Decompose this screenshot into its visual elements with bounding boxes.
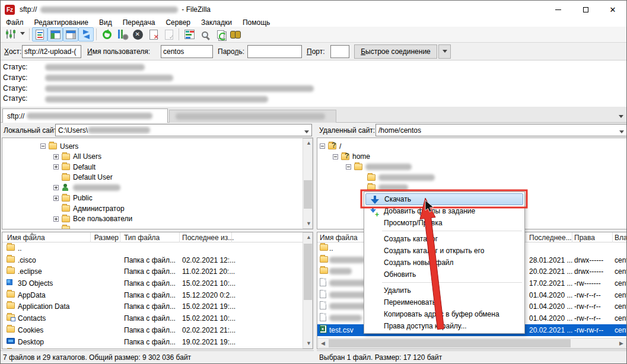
scrollbar-thumb[interactable] <box>304 244 312 300</box>
menu-item-закладки[interactable]: Закладки <box>196 18 237 27</box>
compare-button[interactable] <box>197 27 212 41</box>
tree-item-public[interactable]: Public <box>2 193 313 204</box>
file-row-desktop[interactable]: DesktopПапка с файл...19.02.2021 19:... <box>2 336 313 348</box>
port-input[interactable] <box>330 45 349 58</box>
reconnect-button[interactable] <box>161 27 176 41</box>
tree-item-default[interactable]: Default <box>2 162 313 173</box>
scrollbar-thumb[interactable] <box>304 180 312 209</box>
menu-item-редактирование[interactable]: Редактирование <box>29 18 94 27</box>
quickconnect-dropdown-button[interactable] <box>438 44 451 59</box>
scroll-up-icon[interactable]: ▲ <box>306 235 311 240</box>
menu-item-файл[interactable]: Файл <box>1 18 29 27</box>
local-path-combobox[interactable]: C:\Users\ <box>55 124 312 136</box>
site-manager-dropdown-button[interactable] <box>18 27 27 41</box>
column-header-name[interactable]: Имя файла <box>320 234 358 242</box>
file-row-appdata[interactable]: AppDataПапка с файл...15.12.2020 0:2... <box>2 289 313 301</box>
column-header-perms[interactable]: Права <box>574 234 595 242</box>
tab-inactive[interactable] <box>169 110 336 123</box>
expand-icon[interactable] <box>53 185 59 190</box>
context-menu-item-обновить[interactable]: Обновить <box>364 269 524 280</box>
tree-item[interactable] <box>2 183 313 193</box>
menu-item-вид[interactable]: Вид <box>94 18 117 27</box>
quickconnect-button[interactable]: Быстрое соединение <box>354 44 437 59</box>
column-divider[interactable] <box>231 232 232 242</box>
file-row-.cisco[interactable]: .ciscoПапка с файл...02.02.2021 12:... <box>2 254 313 266</box>
file-row-contacts[interactable]: ContactsПапка с файл...15.02.2021 10:... <box>2 312 313 324</box>
column-divider[interactable] <box>90 232 91 242</box>
context-menu-item-переименовать[interactable]: Переименовать <box>364 296 524 308</box>
column-divider[interactable] <box>120 232 120 242</box>
column-header-type[interactable]: Тип файла <box>124 234 160 242</box>
tree-item-home[interactable]: home <box>317 152 626 162</box>
column-header-name[interactable]: Имя файла <box>7 234 45 242</box>
filter-button[interactable] <box>182 27 197 41</box>
context-menu-item-создать-каталог-и-открыть-его[interactable]: Создать каталог и открыть его <box>364 245 524 257</box>
disconnect-button[interactable] <box>145 27 161 41</box>
scroll-down-icon[interactable]: ▼ <box>306 341 311 346</box>
context-menu-item-добавить-файлы-в-задание[interactable]: +Добавить файлы в задание <box>364 205 524 217</box>
sync-browse-button[interactable] <box>212 27 228 41</box>
site-manager-button[interactable] <box>3 27 18 41</box>
tree-item--[interactable]: / <box>317 141 626 152</box>
expand-icon[interactable] <box>53 164 59 170</box>
tree-item-users[interactable]: Users <box>2 141 313 152</box>
column-divider[interactable] <box>612 232 613 242</box>
file-row-.eclipse[interactable]: .eclipseПапка с файл...11.02.2021 20:... <box>2 266 313 277</box>
menu-item-передача[interactable]: Передача <box>117 18 161 27</box>
find-files-button[interactable] <box>228 27 243 41</box>
collapse-icon[interactable] <box>333 154 338 159</box>
context-menu-item-создать-каталог[interactable]: Создать каталог <box>364 233 524 245</box>
tree-item--[interactable]: Администратор <box>2 203 313 214</box>
column-divider[interactable] <box>179 232 180 242</box>
collapse-icon[interactable] <box>320 143 325 149</box>
minimize-button[interactable] <box>545 1 572 18</box>
scroll-left-icon[interactable]: ◀ <box>321 341 325 346</box>
scrollbar-thumb[interactable] <box>329 339 571 347</box>
remote-list-hscrollbar[interactable]: ◀ ▶ <box>318 338 626 348</box>
local-tree-scrollbar[interactable]: ▲ ▼ <box>303 138 313 229</box>
collapse-icon[interactable] <box>40 143 46 149</box>
file-row-documents[interactable]: DocumentsПапка с файл...17.02.2021 19... <box>2 347 313 349</box>
tab-list-dropdown-icon[interactable] <box>619 115 623 120</box>
local-tree-toggle-button[interactable] <box>47 27 63 41</box>
tree-item--[interactable]: Все пользователи <box>2 214 313 225</box>
context-menu-item-удалить[interactable]: Удалить <box>364 285 524 296</box>
context-menu-item-просмотр-правка[interactable]: Просмотр/Правка <box>364 217 524 229</box>
tree-item[interactable] <box>317 162 626 173</box>
context-menu-item-копировать-адрес-в-буфер-обмена[interactable]: Копировать адрес в буфер обмена <box>364 308 524 320</box>
column-divider[interactable] <box>526 232 526 242</box>
collapse-icon[interactable] <box>346 164 351 170</box>
tab-active[interactable]: sftp:// <box>2 108 168 123</box>
context-menu-item-создать-новый-файл[interactable]: Создать новый файл <box>364 257 524 269</box>
tree-item[interactable] <box>2 224 313 229</box>
scroll-up-icon[interactable]: ▲ <box>306 141 311 146</box>
remote-path-combobox[interactable]: /home/centos <box>375 124 627 136</box>
column-header-modified[interactable]: Последнее... <box>529 234 572 242</box>
context-menu-item-права-доступа-к-файлу-[interactable]: Права доступа к файлу... <box>364 320 524 332</box>
file-row-cookies[interactable]: CookiesПапка с файл...02.02.2021 21:... <box>2 324 313 336</box>
password-input[interactable] <box>247 45 302 58</box>
expand-icon[interactable] <box>53 196 59 201</box>
queue-toggle-button[interactable] <box>78 27 94 41</box>
process-queue-button[interactable] <box>114 27 130 41</box>
remote-tree-toggle-button[interactable] <box>63 27 78 41</box>
column-header-owner[interactable]: Влад <box>615 234 627 242</box>
file-row-..[interactable]: .. <box>2 242 313 254</box>
file-row-application-data[interactable]: Application DataПапка с файл...15.02.202… <box>2 301 313 312</box>
maximize-button[interactable] <box>572 1 599 18</box>
scroll-right-icon[interactable]: ▶ <box>619 341 623 346</box>
menu-item-сервер[interactable]: Сервер <box>160 18 196 27</box>
tree-item[interactable] <box>317 173 626 183</box>
tree-item-default-user[interactable]: Default User <box>2 173 313 183</box>
column-header-size[interactable]: Размер <box>91 234 119 242</box>
expand-icon[interactable] <box>53 154 59 159</box>
expand-icon[interactable] <box>53 216 59 222</box>
local-list-scrollbar[interactable]: ▲ ▼ <box>303 232 313 349</box>
tree-item-all-users[interactable]: All Users <box>2 152 313 162</box>
column-divider[interactable] <box>572 232 572 242</box>
refresh-button[interactable] <box>99 27 114 41</box>
username-input[interactable] <box>161 45 213 58</box>
scroll-down-icon[interactable]: ▼ <box>306 221 311 226</box>
host-input[interactable] <box>22 45 81 58</box>
log-toggle-button[interactable] <box>32 27 47 41</box>
